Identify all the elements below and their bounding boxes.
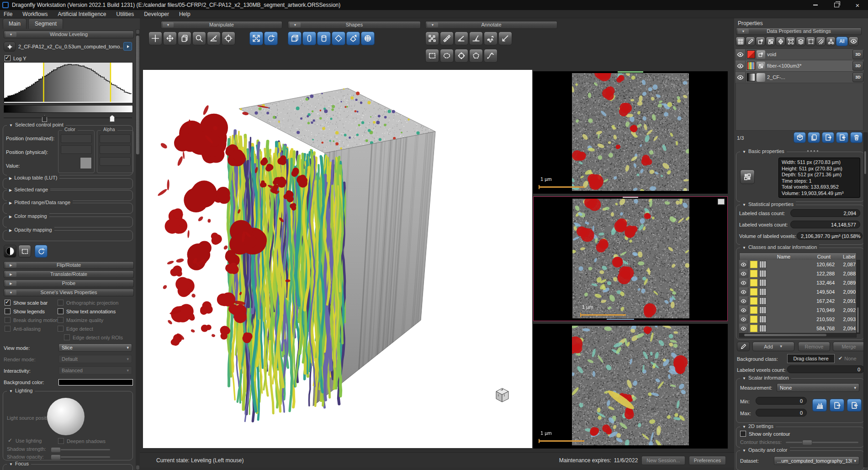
annotate-ellipse-button[interactable] — [440, 49, 454, 63]
filter-vector-icon[interactable] — [786, 37, 795, 46]
center-target-button[interactable] — [222, 32, 235, 45]
dataset-name[interactable]: fiber-<100um3* — [767, 63, 802, 69]
import-button[interactable] — [836, 132, 848, 143]
filter-table-icon[interactable] — [736, 37, 745, 46]
collapse-arrow-icon[interactable]: ▼ — [9, 123, 13, 127]
expand-arrow-icon[interactable]: ▶ — [9, 228, 12, 232]
histogram-canvas[interactable] — [4, 63, 132, 102]
zoom-tool-button[interactable] — [192, 32, 206, 45]
collapse-arrow-icon[interactable]: ▼ — [742, 246, 746, 250]
add-class-button[interactable]: Add▼ — [752, 342, 794, 351]
translate-rotate-header[interactable]: ▶ Translate/Rotate — [4, 270, 134, 278]
background-class-dropzone[interactable]: Drag class here — [787, 354, 835, 363]
dataset-row-void[interactable]: void 3D — [736, 49, 863, 60]
column-count[interactable]: Count — [799, 254, 833, 259]
use-lighting-checkbox[interactable]: Use lighting — [8, 438, 42, 444]
alpha-value-field[interactable] — [100, 157, 131, 166]
visibility-eye-icon[interactable] — [739, 324, 748, 333]
collapse-arrow-icon[interactable]: ▼ — [427, 22, 438, 27]
visibility-eye-icon[interactable] — [736, 49, 746, 59]
light-source-sphere[interactable] — [47, 398, 85, 435]
annotate-circle-button[interactable] — [455, 49, 468, 63]
scene-views-properties-header[interactable]: ▼ Scene's Views Properties — [4, 289, 134, 296]
window-leveling-header[interactable]: ▼ Window Leveling — [4, 31, 134, 38]
visibility-eye-icon[interactable] — [739, 269, 748, 278]
export-button[interactable] — [822, 132, 834, 143]
focus-group[interactable]: ▼Focus — [3, 464, 133, 470]
collapse-arrow-icon[interactable]: ▼ — [163, 22, 174, 27]
dataset-menu-button[interactable] — [123, 42, 132, 51]
filter-graph-icon[interactable] — [806, 37, 815, 46]
class-color-swatch[interactable] — [750, 316, 757, 323]
slice-canvas[interactable] — [572, 199, 689, 318]
annotate-toolbar-header[interactable]: ▼ Annotate — [425, 21, 557, 29]
probe-header[interactable]: ▶ Probe — [4, 280, 134, 287]
scrollbar-thumb[interactable] — [136, 36, 139, 154]
table-h-scrollbar[interactable] — [739, 333, 857, 338]
class-color-swatch[interactable] — [750, 270, 757, 277]
shape-clipped-plane-button[interactable] — [346, 32, 360, 45]
filter-annotation-icon[interactable] — [746, 37, 755, 46]
visibility-eye-icon[interactable] — [739, 306, 748, 314]
slice-view-bottom[interactable]: 1 µm — [533, 324, 728, 449]
manipulate-toolbar-header[interactable]: ▼ Manipulate — [161, 21, 282, 29]
tab-segment[interactable]: Segment — [28, 18, 63, 29]
close-button[interactable]: × — [847, 0, 868, 10]
dataset-pin-button[interactable] — [4, 42, 16, 52]
annotate-polygon-button[interactable] — [469, 49, 483, 63]
expand-arrow-icon[interactable]: ▶ — [9, 215, 12, 219]
dataset-name[interactable]: 2_CF-... — [767, 74, 785, 80]
dataset-row-fiber-selected[interactable]: fiber-<100um3* 3D — [736, 60, 863, 72]
slice-view-middle-selected[interactable]: 1 µm — [533, 196, 728, 321]
right-panel-scrollbar[interactable] — [863, 132, 868, 467]
histogram-plot[interactable] — [4, 62, 133, 103]
visibility-eye-icon[interactable] — [739, 315, 748, 323]
menu-utilities[interactable]: Utilities — [116, 11, 134, 17]
measurement-dropdown[interactable]: None — [777, 383, 859, 392]
scene-3d-canvas[interactable] — [143, 70, 532, 448]
histogram-button[interactable] — [812, 399, 827, 412]
slice-canvas[interactable] — [572, 326, 689, 445]
collapse-arrow-icon[interactable]: ▼ — [742, 203, 746, 207]
scrollbar-thumb[interactable] — [744, 334, 826, 336]
visibility-eye-icon[interactable] — [739, 288, 748, 296]
collapse-arrow-icon[interactable]: ▼ — [742, 449, 746, 453]
filter-multiroi-icon[interactable] — [766, 37, 775, 46]
color-swatch-grayscale[interactable] — [747, 73, 755, 81]
class-color-swatch[interactable] — [750, 261, 757, 268]
tab-main[interactable]: Main — [3, 18, 26, 29]
show-scale-bar-checkbox[interactable]: Show scale bar — [5, 300, 48, 306]
background-color-swatch[interactable] — [58, 379, 133, 386]
filter-mesh-icon[interactable] — [776, 37, 785, 46]
reset-view-button[interactable] — [264, 32, 278, 45]
slice-canvas[interactable] — [572, 73, 689, 191]
expand-arrow-icon[interactable]: ▶ — [5, 281, 16, 286]
class-table-row[interactable]: 120,6622,087 — [739, 260, 857, 269]
opacity-mapping-group[interactable]: ▶Opacity mapping — [3, 230, 133, 241]
data-properties-header[interactable]: ▼ Data Properties and Settings — [736, 27, 862, 35]
class-table-row[interactable]: 132,4642,089 — [739, 278, 857, 288]
collapse-arrow-icon[interactable]: ▼ — [5, 290, 16, 295]
pointer-tool-button[interactable] — [148, 32, 162, 45]
class-table-row[interactable]: 584,7682,094 — [739, 324, 857, 333]
menu-artificial-intelligence[interactable]: Artificial Intelligence — [58, 11, 106, 17]
invert-contrast-button[interactable] — [4, 245, 16, 258]
color-position-physical-field[interactable] — [61, 145, 92, 154]
view-mode-dropdown[interactable]: Slice — [58, 343, 132, 352]
menu-file[interactable]: File — [4, 11, 12, 17]
annotate-arrow-button[interactable] — [498, 32, 512, 45]
color-mapping-group[interactable]: ▶Color mapping — [3, 217, 133, 227]
slider-handle-low[interactable] — [42, 115, 47, 122]
slice-scrollbar[interactable] — [607, 319, 634, 320]
background-none-checkbox[interactable]: ✔ None — [838, 355, 857, 361]
annotate-ruler-button[interactable] — [440, 32, 454, 45]
merge-class-button[interactable]: Merge — [833, 342, 865, 351]
delete-button[interactable] — [850, 132, 863, 143]
export-scalar-button[interactable] — [830, 399, 844, 412]
measure-tool-button[interactable] — [207, 32, 221, 45]
expand-arrow-icon[interactable]: ▶ — [9, 176, 12, 180]
class-color-swatch[interactable] — [750, 279, 757, 286]
collapse-arrow-icon[interactable]: ▼ — [742, 425, 746, 429]
class-table-row[interactable]: 122,2882,088 — [739, 269, 857, 279]
reset-leveling-button[interactable] — [35, 245, 48, 258]
